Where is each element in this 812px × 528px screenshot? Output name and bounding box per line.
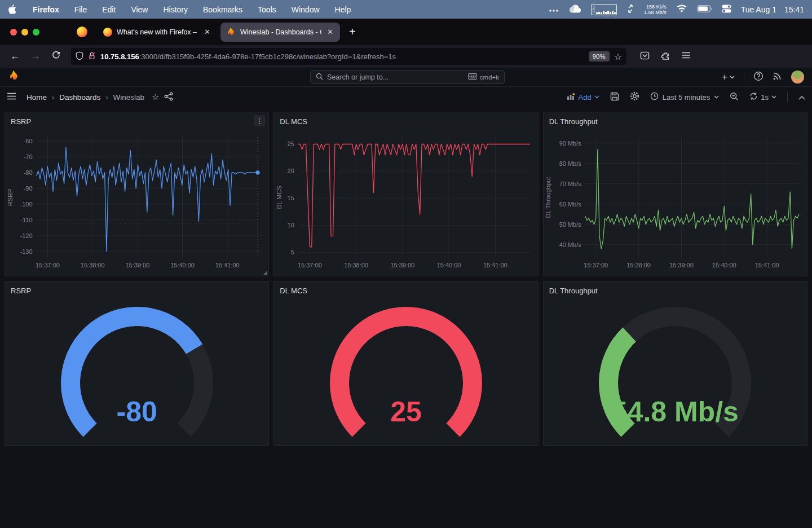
menubar-clock[interactable]: Tue Aug 1 15:41 — [741, 5, 804, 14]
back-button[interactable]: ← — [7, 51, 24, 62]
panel-resize-handle[interactable] — [263, 271, 267, 275]
tab-wineslab-grafana[interactable]: Wineslab - Dashboards - Grafan ✕ — [220, 23, 340, 42]
insecure-lock-icon[interactable] — [88, 51, 96, 62]
apple-menu-icon[interactable] — [8, 5, 16, 14]
svg-text:15:39:00: 15:39:00 — [125, 262, 149, 269]
network-speed-readout[interactable]: 158 Kb/s 1.68 Mb/s — [644, 4, 667, 15]
overflow-dots-icon[interactable] — [549, 5, 559, 14]
forward-button[interactable]: → — [27, 51, 44, 62]
favorite-star-icon[interactable]: ☆ — [152, 92, 159, 102]
svg-text:15:39:00: 15:39:00 — [390, 262, 414, 269]
maximize-window-button[interactable] — [33, 29, 39, 36]
search-placeholder: Search or jump to... — [327, 73, 389, 81]
breadcrumb-wineslab[interactable]: Wineslab — [113, 93, 145, 102]
close-tab-icon[interactable]: ✕ — [203, 28, 211, 36]
reload-button[interactable] — [47, 51, 64, 62]
add-panel-button[interactable]: Add — [567, 93, 599, 102]
svg-text:-130: -130 — [20, 248, 32, 255]
gauge-value: 25 — [274, 395, 537, 428]
svg-text:20: 20 — [288, 168, 294, 174]
svg-text:90 Mb/s: 90 Mb/s — [559, 140, 582, 147]
search-shortcut: cmd+k — [480, 74, 499, 81]
menubar-item-window[interactable]: Window — [292, 5, 320, 14]
rsrp-chart[interactable]: -60-70-80-90-100-110-120-13015:37:0015:3… — [6, 129, 268, 274]
panel-rsrp-gauge[interactable]: RSRP -80 — [5, 281, 269, 446]
panel-title[interactable]: RSRP — [11, 287, 31, 295]
svg-text:25: 25 — [288, 140, 294, 147]
bookmark-star-icon[interactable]: ☆ — [614, 51, 622, 62]
share-icon[interactable] — [164, 92, 173, 103]
search-input[interactable]: Search or jump to... cmd+k — [310, 70, 505, 84]
breadcrumb-home[interactable]: Home — [27, 93, 47, 102]
svg-text:-80: -80 — [23, 169, 32, 176]
refresh-icon — [749, 92, 758, 102]
menubar-item-edit[interactable]: Edit — [102, 5, 116, 14]
collapse-toolbar-caret-icon[interactable] — [798, 93, 805, 102]
pocket-save-icon[interactable] — [640, 51, 650, 63]
menubar-item-view[interactable]: View — [131, 5, 148, 14]
svg-text:15:38:00: 15:38:00 — [344, 262, 368, 269]
control-center-icon[interactable] — [722, 5, 731, 15]
url-bar[interactable]: 10.75.8.156:3000/d/fb315f9b-425f-4da6-97… — [71, 48, 626, 65]
svg-text:40 Mb/s: 40 Mb/s — [559, 241, 582, 248]
close-tab-icon[interactable]: ✕ — [326, 28, 334, 36]
firefox-tab-bar: What's new with Firefox – More ✕ Winesla… — [0, 19, 812, 45]
tab-whats-new[interactable]: What's new with Firefox – More ✕ — [98, 23, 217, 42]
app-menu-hamburger-icon[interactable] — [682, 51, 691, 61]
keyboard-icon — [468, 73, 477, 81]
extensions-puzzle-icon[interactable] — [661, 51, 670, 63]
menubar-item-tools[interactable]: Tools — [258, 5, 276, 14]
dlmcs-chart[interactable]: 51015202515:37:0015:38:0015:39:0015:40:0… — [275, 129, 537, 274]
grafana-top-nav: Search or jump to... cmd+k + — [0, 68, 812, 87]
shield-icon[interactable] — [76, 51, 83, 62]
menubar-item-bookmarks[interactable]: Bookmarks — [203, 5, 242, 14]
new-tab-button[interactable]: + — [349, 25, 356, 38]
new-menu-button[interactable]: + — [722, 72, 735, 83]
zoom-level-badge[interactable]: 90% — [589, 51, 610, 61]
panel-dlthroughput-gauge[interactable]: DL Throughput 54.8 Mb/s — [543, 281, 807, 446]
news-rss-icon[interactable] — [773, 71, 782, 83]
svg-text:15:41:00: 15:41:00 — [483, 262, 508, 269]
dlthroughput-chart[interactable]: 40 Mb/s50 Mb/s60 Mb/s70 Mb/s80 Mb/s90 Mb… — [544, 129, 806, 274]
network-activity-arrows-icon[interactable] — [626, 5, 634, 15]
panel-menu-kebab-icon[interactable]: ⋮ — [254, 115, 265, 126]
panel-title[interactable]: DL Throughput — [549, 287, 598, 295]
panel-title[interactable]: DL Throughput — [549, 117, 598, 126]
panel-dlmcs-timeseries[interactable]: DL MCS 51015202515:37:0015:38:0015:39:00… — [273, 112, 538, 276]
firefox-tab-favicon — [103, 28, 112, 37]
minimize-window-button[interactable] — [21, 29, 28, 36]
panel-dlthroughput-timeseries[interactable]: DL Throughput 40 Mb/s50 Mb/s60 Mb/s70 Mb… — [543, 112, 807, 276]
user-avatar[interactable] — [791, 71, 804, 83]
panel-rsrp-timeseries[interactable]: RSRP ⋮ -60-70-80-90-100-110-120-13015:37… — [5, 112, 269, 276]
svg-text:15:41:00: 15:41:00 — [755, 262, 779, 269]
macos-menubar: Firefox File Edit View History Bookmarks… — [0, 0, 812, 19]
help-icon[interactable] — [753, 71, 764, 83]
url-text: 10.75.8.156:3000/d/fb315f9b-425f-4da6-97… — [100, 52, 584, 61]
breadcrumb-dashboards[interactable]: Dashboards — [59, 93, 100, 102]
mega-menu-hamburger-icon[interactable] — [7, 92, 16, 102]
save-dashboard-icon[interactable] — [610, 92, 619, 103]
gauge-value: 54.8 Mb/s — [544, 395, 807, 428]
svg-text:15:40:00: 15:40:00 — [437, 262, 461, 269]
wifi-icon[interactable] — [676, 5, 687, 15]
menubar-item-firefox[interactable]: Firefox — [33, 5, 59, 14]
onedrive-cloud-icon[interactable] — [568, 5, 581, 15]
panel-dlmcs-gauge[interactable]: DL MCS 25 — [273, 281, 538, 446]
firefox-logo-icon[interactable] — [77, 27, 87, 37]
cpu-monitor-widget[interactable]: CPU — [591, 4, 617, 15]
svg-text:5: 5 — [291, 249, 294, 256]
panel-title[interactable]: DL MCS — [280, 287, 307, 295]
zoom-out-time-icon[interactable] — [730, 92, 739, 103]
panel-title[interactable]: DL MCS — [280, 117, 307, 126]
refresh-picker[interactable]: 1s — [749, 92, 776, 102]
svg-text:-100: -100 — [20, 201, 32, 208]
menubar-item-help[interactable]: Help — [335, 5, 351, 14]
battery-icon[interactable] — [697, 5, 712, 14]
time-range-picker[interactable]: Last 5 minutes — [650, 92, 720, 102]
dashboard-settings-gear-icon[interactable] — [630, 91, 639, 103]
close-window-button[interactable] — [10, 29, 17, 36]
menubar-item-file[interactable]: File — [74, 5, 87, 14]
grafana-logo-icon[interactable] — [8, 70, 20, 84]
panel-title[interactable]: RSRP — [11, 117, 31, 126]
menubar-item-history[interactable]: History — [163, 5, 188, 14]
